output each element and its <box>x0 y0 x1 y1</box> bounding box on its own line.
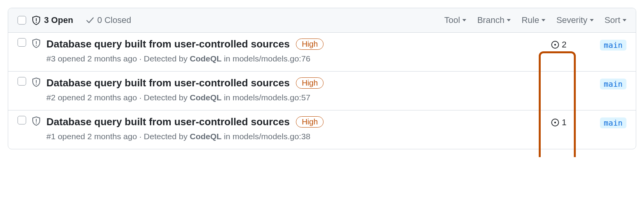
shield-alert-icon <box>32 116 41 126</box>
filter-severity[interactable]: Severity <box>556 15 593 25</box>
open-tab[interactable]: 3 Open <box>32 15 73 25</box>
alert-meta: #2 opened 2 months ago · Detected by Cod… <box>46 93 545 102</box>
branch-badge[interactable]: main <box>600 40 626 51</box>
alerts-panel: 3 Open 0 Closed Tool Branch Rule Severit… <box>8 8 636 149</box>
alert-row[interactable]: Database query built from user-controlle… <box>8 33 636 72</box>
closed-tab[interactable]: 0 Closed <box>86 15 131 25</box>
filter-sort[interactable]: Sort <box>605 15 626 25</box>
shield-alert-icon <box>32 38 41 48</box>
svg-point-5 <box>554 44 556 46</box>
alert-meta: #3 opened 2 months ago · Detected by Cod… <box>46 54 545 63</box>
filter-branch[interactable]: Branch <box>477 15 511 25</box>
panel-header: 3 Open 0 Closed Tool Branch Rule Severit… <box>8 8 636 33</box>
affected-count[interactable]: 1 <box>551 116 578 128</box>
filter-tool[interactable]: Tool <box>444 15 466 25</box>
shield-alert-icon <box>32 15 41 25</box>
alert-meta: #1 opened 2 months ago · Detected by Cod… <box>46 132 545 141</box>
severity-badge: High <box>296 38 324 50</box>
svg-point-3 <box>36 45 37 46</box>
select-all-checkbox[interactable] <box>18 16 26 24</box>
svg-point-7 <box>36 84 37 84</box>
affected-count <box>551 77 578 79</box>
alert-title[interactable]: Database query built from user-controlle… <box>46 38 290 50</box>
check-icon <box>86 16 94 24</box>
affected-count-value: 2 <box>562 40 566 50</box>
row-checkbox[interactable] <box>18 77 26 86</box>
caret-down-icon <box>623 19 626 21</box>
alert-row[interactable]: Database query built from user-controlle… <box>8 110 636 149</box>
branch-badge[interactable]: main <box>600 117 626 128</box>
open-label: 3 Open <box>44 15 73 25</box>
shield-alert-icon <box>32 77 41 87</box>
affected-count[interactable]: 2 <box>551 38 578 50</box>
filter-bar: Tool Branch Rule Severity Sort <box>444 15 626 25</box>
affected-count-value: 1 <box>562 117 566 128</box>
alert-title[interactable]: Database query built from user-controlle… <box>46 77 290 89</box>
caret-down-icon <box>507 19 511 21</box>
caret-down-icon <box>541 19 545 21</box>
branch-badge[interactable]: main <box>600 79 626 89</box>
svg-point-9 <box>36 122 37 123</box>
row-checkbox[interactable] <box>18 116 26 124</box>
alert-row[interactable]: Database query built from user-controlle… <box>8 72 636 110</box>
caret-down-icon <box>462 19 466 21</box>
svg-point-11 <box>554 122 556 123</box>
row-checkbox[interactable] <box>18 38 26 47</box>
severity-badge: High <box>296 77 324 89</box>
caret-down-icon <box>590 19 594 21</box>
alert-title[interactable]: Database query built from user-controlle… <box>46 116 290 128</box>
severity-badge: High <box>296 116 324 128</box>
issue-open-icon <box>551 118 559 127</box>
issue-open-icon <box>551 40 559 49</box>
closed-label: 0 Closed <box>97 15 131 25</box>
svg-point-1 <box>36 22 37 23</box>
filter-rule[interactable]: Rule <box>522 15 545 25</box>
